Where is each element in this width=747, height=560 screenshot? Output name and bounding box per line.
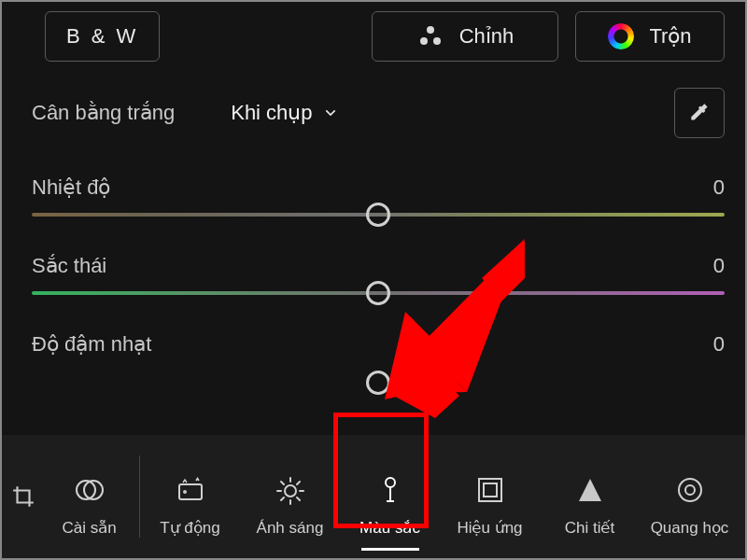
tool-detail[interactable]: Chi tiết — [540, 435, 640, 558]
dots-icon — [416, 22, 444, 50]
color-icon — [374, 473, 407, 507]
tint-value: 0 — [713, 254, 725, 278]
chevron-down-icon — [324, 106, 337, 119]
tool-presets[interactable]: Cài sẵn — [39, 435, 139, 558]
bottom-toolbar: Cài sẵn Tự động Ánh sáng Màu sắc Hiệu ứn… — [2, 435, 745, 558]
svg-point-12 — [685, 485, 695, 495]
eyedropper-button[interactable] — [674, 88, 725, 138]
detail-icon — [573, 473, 607, 507]
tool-optics[interactable]: Quang học — [640, 435, 740, 558]
svg-rect-5 — [179, 484, 202, 499]
white-balance-dropdown[interactable]: Khi chụp — [231, 101, 336, 125]
svg-point-0 — [427, 26, 434, 34]
svg-point-6 — [183, 490, 187, 494]
white-balance-value: Khi chụp — [231, 101, 312, 125]
vibrance-label: Độ đậm nhạt — [32, 332, 151, 357]
auto-icon — [174, 473, 207, 507]
svg-point-8 — [386, 478, 395, 487]
white-balance-label: Cân bằng trắng — [32, 101, 175, 125]
tool-label: Quang học — [651, 518, 729, 538]
slider-thumb[interactable] — [366, 371, 390, 395]
profile-button[interactable]: Chỉnh — [372, 11, 558, 62]
tool-label: Cài sẵn — [62, 518, 116, 538]
bw-button[interactable]: B & W — [45, 11, 160, 62]
tool-effects[interactable]: Hiệu ứng — [440, 435, 540, 558]
eyedropper-icon — [687, 101, 712, 125]
optics-icon — [673, 473, 707, 507]
slider-thumb[interactable] — [366, 281, 390, 305]
mix-button[interactable]: Trộn — [575, 11, 725, 62]
svg-rect-10 — [484, 483, 497, 497]
svg-point-11 — [679, 479, 701, 501]
mix-label: Trộn — [649, 24, 691, 49]
tint-slider[interactable] — [32, 291, 725, 295]
temperature-label: Nhiệt độ — [32, 175, 110, 200]
tool-color[interactable]: Màu sắc — [340, 435, 440, 558]
tool-label: Tự động — [160, 518, 219, 538]
tool-label: Chi tiết — [565, 518, 614, 538]
svg-marker-16 — [390, 351, 459, 418]
color-ring-icon — [608, 23, 634, 49]
effects-icon — [473, 473, 507, 507]
profile-label: Chỉnh — [459, 24, 514, 49]
light-icon — [274, 474, 307, 508]
tool-auto[interactable]: Tự động — [140, 435, 240, 558]
tool-label: Hiệu ứng — [457, 518, 522, 538]
presets-icon — [73, 473, 106, 507]
slider-thumb[interactable] — [366, 203, 390, 227]
svg-point-2 — [433, 37, 441, 45]
bw-label: B & W — [66, 24, 138, 49]
temperature-slider[interactable] — [32, 213, 725, 217]
crop-icon — [11, 484, 35, 509]
tool-label: Màu sắc — [359, 518, 420, 538]
svg-point-7 — [285, 485, 296, 497]
svg-rect-9 — [479, 479, 501, 501]
temperature-value: 0 — [713, 175, 725, 200]
tool-label: Ánh sáng — [257, 519, 324, 538]
crop-tool[interactable] — [7, 435, 39, 558]
vibrance-value: 0 — [713, 332, 725, 357]
svg-point-1 — [420, 37, 428, 45]
tool-light[interactable]: Ánh sáng — [240, 435, 340, 558]
tint-label: Sắc thái — [32, 254, 106, 278]
